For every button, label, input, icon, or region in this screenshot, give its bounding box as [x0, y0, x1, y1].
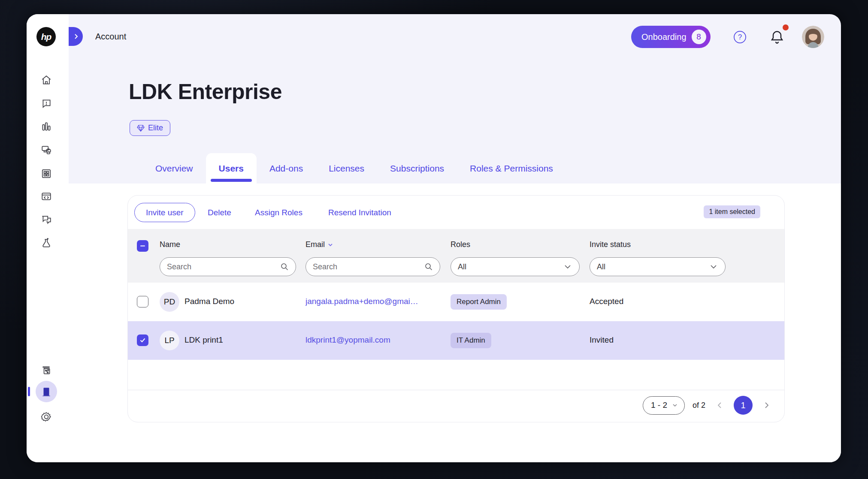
select-all-checkbox[interactable]	[137, 240, 148, 252]
chevron-right-icon	[73, 33, 79, 39]
tab-licenses[interactable]: Licenses	[316, 153, 377, 184]
home-icon[interactable]	[41, 75, 52, 86]
previous-page-button[interactable]	[713, 399, 726, 412]
active-tab-underline	[211, 179, 252, 182]
user-email[interactable]: jangala.padma+demo@gmai…	[305, 297, 418, 306]
tab-users[interactable]: Users	[206, 153, 257, 184]
row-checkbox-checked[interactable]	[137, 334, 148, 346]
table-row-selected[interactable]: LP LDK print1 ldkprint1@yopmail.com IT A…	[128, 321, 784, 360]
analytics-icon[interactable]	[41, 121, 52, 132]
column-header-roles[interactable]: Roles	[451, 240, 470, 249]
developer-icon[interactable]	[41, 191, 52, 202]
plan-badge-label: Elite	[148, 124, 163, 133]
role-chip: Report Admin	[451, 294, 507, 310]
sidebar: hp	[27, 14, 69, 462]
invite-status: Accepted	[590, 297, 623, 306]
roles-filter-value: All	[458, 262, 466, 271]
chevron-down-icon	[563, 262, 572, 271]
status-filter-value: All	[597, 262, 605, 271]
chevron-down-icon	[671, 402, 678, 409]
avatar: PD	[160, 292, 179, 312]
invite-user-button[interactable]: Invite user	[134, 203, 195, 222]
user-avatar[interactable]	[802, 26, 824, 48]
tab-subscriptions[interactable]: Subscriptions	[377, 153, 457, 184]
company-icon[interactable]	[41, 386, 52, 397]
chevron-right-icon	[762, 401, 771, 410]
user-name: Padma Demo	[184, 297, 234, 306]
breadcrumb: Account	[95, 32, 126, 42]
notification-dot	[783, 24, 789, 30]
resend-invitation-button[interactable]: Resend Invitation	[328, 203, 391, 222]
notifications-bell-icon[interactable]	[769, 30, 785, 45]
column-header-name[interactable]: Name	[160, 240, 180, 249]
help-icon[interactable]: ?	[733, 30, 747, 44]
divider	[128, 390, 784, 390]
user-name: LDK print1	[184, 335, 223, 345]
plan-badge: Elite	[130, 120, 170, 136]
labs-icon[interactable]	[41, 238, 52, 249]
avatar: LP	[160, 331, 179, 350]
tab-bar: Overview Users Add-ons Licenses Subscrip…	[142, 153, 566, 184]
status-filter-select[interactable]: All	[590, 257, 726, 276]
column-header-status[interactable]: Invite status	[590, 240, 631, 249]
active-item-indicator	[28, 387, 30, 396]
invite-status: Invited	[590, 335, 614, 345]
roles-filter-select[interactable]: All	[451, 257, 580, 276]
apps-icon[interactable]	[41, 168, 52, 179]
tab-add-ons[interactable]: Add-ons	[257, 153, 316, 184]
gem-icon	[137, 124, 145, 132]
chevron-left-icon	[715, 401, 724, 410]
svg-text:?: ?	[738, 33, 742, 41]
table-header: Name Email Roles Invite status All All	[128, 229, 784, 283]
indeterminate-icon	[139, 243, 146, 249]
next-page-button[interactable]	[760, 399, 773, 412]
workflows-icon[interactable]	[41, 365, 52, 376]
page-total-label: of 2	[693, 401, 705, 410]
email-search-input[interactable]	[313, 262, 424, 271]
tab-roles-permissions[interactable]: Roles & Permissions	[457, 153, 566, 184]
app-window: hp	[27, 14, 841, 462]
assign-roles-button[interactable]: Assign Roles	[255, 203, 302, 222]
hp-logo: hp	[36, 27, 56, 46]
pagination: 1 - 2 of 2 1	[643, 396, 773, 415]
onboarding-count-badge: 8	[692, 30, 706, 44]
users-card: Invite user Delete Assign Roles Resend I…	[127, 195, 785, 422]
tab-overview[interactable]: Overview	[142, 153, 206, 184]
sidebar-expand-button[interactable]	[69, 27, 83, 46]
page-range-value: 1 - 2	[651, 401, 667, 410]
users-toolbar: Invite user Delete Assign Roles Resend I…	[128, 196, 784, 229]
page-number-button[interactable]: 1	[734, 396, 753, 415]
delete-button[interactable]: Delete	[208, 203, 231, 222]
check-icon	[139, 337, 146, 343]
user-email[interactable]: ldkprint1@yopmail.com	[305, 335, 390, 345]
devices-icon[interactable]	[41, 145, 52, 156]
name-search-field[interactable]	[160, 257, 296, 276]
column-header-email[interactable]: Email	[305, 240, 333, 249]
onboarding-label: Onboarding	[641, 32, 687, 42]
search-icon	[424, 262, 433, 271]
page-title: LDK Enterprise	[129, 79, 282, 104]
name-search-input[interactable]	[167, 262, 280, 271]
onboarding-button[interactable]: Onboarding 8	[631, 26, 711, 48]
sort-chevron-icon	[327, 242, 333, 248]
table-row[interactable]: PD Padma Demo jangala.padma+demo@gmai… R…	[128, 283, 784, 321]
alerts-icon[interactable]	[41, 98, 52, 109]
row-checkbox[interactable]	[137, 296, 148, 307]
search-icon	[280, 262, 289, 271]
selection-count-badge: 1 item selected	[704, 205, 760, 218]
page-range-select[interactable]: 1 - 2	[643, 396, 685, 415]
chevron-down-icon	[709, 262, 718, 271]
chat-icon[interactable]	[41, 214, 52, 226]
role-chip: IT Admin	[451, 333, 491, 348]
email-search-field[interactable]	[305, 257, 440, 276]
settings-icon[interactable]	[41, 411, 52, 422]
